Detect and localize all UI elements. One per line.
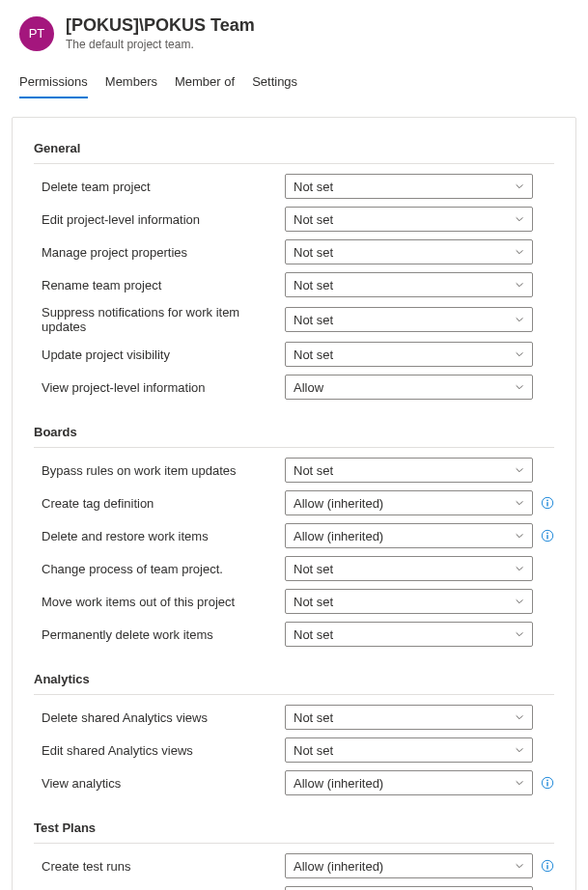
dropdown-value: Not set bbox=[294, 710, 333, 725]
tab-settings[interactable]: Settings bbox=[252, 69, 297, 98]
label-delete-restore-work-items: Delete and restore work items bbox=[34, 529, 277, 543]
row-delete-test-runs: Delete test runs Allow (inherited) bbox=[34, 882, 554, 890]
chevron-down-icon bbox=[515, 531, 524, 541]
dropdown-value: Not set bbox=[294, 562, 333, 576]
dropdown-permanently-delete-work-items[interactable]: Not set bbox=[285, 622, 533, 647]
chevron-down-icon bbox=[515, 861, 524, 871]
section-title-analytics: Analytics bbox=[34, 666, 554, 695]
tabs: Permissions Members Member of Settings bbox=[0, 59, 588, 99]
control-suppress-notifications: Not set bbox=[285, 307, 554, 332]
control-bypass-rules: Not set bbox=[285, 458, 554, 483]
svg-point-1 bbox=[546, 500, 548, 502]
row-delete-team-project: Delete team project Not set bbox=[34, 170, 554, 203]
section-test-plans: Test Plans Create test runs Allow (inher… bbox=[34, 815, 554, 890]
permissions-panel: General Delete team project Not set Edit… bbox=[12, 117, 576, 890]
dropdown-value: Not set bbox=[294, 180, 333, 194]
control-view-analytics: Allow (inherited) bbox=[285, 770, 554, 795]
tab-member-of[interactable]: Member of bbox=[175, 69, 235, 98]
dropdown-create-test-runs[interactable]: Allow (inherited) bbox=[285, 853, 533, 878]
avatar: PT bbox=[19, 16, 54, 51]
info-icon[interactable] bbox=[541, 529, 554, 542]
control-move-work-items-out: Not set bbox=[285, 589, 554, 614]
dropdown-delete-team-project[interactable]: Not set bbox=[285, 174, 533, 199]
label-permanently-delete-work-items: Permanently delete work items bbox=[34, 627, 277, 642]
dropdown-view-project-level-info[interactable]: Allow bbox=[285, 375, 533, 400]
dropdown-delete-restore-work-items[interactable]: Allow (inherited) bbox=[285, 523, 533, 548]
svg-point-10 bbox=[546, 863, 548, 865]
chevron-down-icon bbox=[515, 629, 524, 639]
dropdown-move-work-items-out[interactable]: Not set bbox=[285, 589, 533, 614]
dropdown-delete-test-runs[interactable]: Allow (inherited) bbox=[285, 886, 533, 890]
row-delete-shared-analytics: Delete shared Analytics views Not set bbox=[34, 701, 554, 734]
label-rename-team-project: Rename team project bbox=[34, 278, 277, 292]
chevron-down-icon bbox=[515, 778, 524, 788]
dropdown-suppress-notifications[interactable]: Not set bbox=[285, 307, 533, 332]
chevron-down-icon bbox=[515, 382, 524, 392]
row-suppress-notifications: Suppress notifications for work item upd… bbox=[34, 301, 554, 338]
section-title-boards: Boards bbox=[34, 419, 554, 448]
chevron-down-icon bbox=[515, 465, 524, 475]
control-delete-test-runs: Allow (inherited) bbox=[285, 886, 554, 890]
label-delete-shared-analytics: Delete shared Analytics views bbox=[34, 710, 277, 725]
info-icon[interactable] bbox=[541, 496, 554, 510]
label-suppress-notifications: Suppress notifications for work item upd… bbox=[34, 305, 277, 334]
dropdown-value: Allow (inherited) bbox=[294, 859, 383, 874]
svg-rect-5 bbox=[546, 535, 547, 539]
row-edit-project-level-info: Edit project-level information Not set bbox=[34, 203, 554, 236]
control-change-process: Not set bbox=[285, 556, 554, 581]
label-view-project-level-info: View project-level information bbox=[34, 380, 277, 395]
row-manage-project-properties: Manage project properties Not set bbox=[34, 236, 554, 268]
chevron-down-icon bbox=[515, 181, 524, 191]
dropdown-value: Not set bbox=[294, 348, 333, 362]
dropdown-view-analytics[interactable]: Allow (inherited) bbox=[285, 770, 533, 795]
dropdown-manage-project-properties[interactable]: Not set bbox=[285, 239, 533, 264]
dropdown-bypass-rules[interactable]: Not set bbox=[285, 458, 533, 483]
tab-members[interactable]: Members bbox=[105, 69, 157, 98]
dropdown-edit-shared-analytics[interactable]: Not set bbox=[285, 737, 533, 763]
svg-point-7 bbox=[546, 780, 548, 782]
control-create-tag-definition: Allow (inherited) bbox=[285, 490, 554, 515]
chevron-down-icon bbox=[515, 315, 524, 324]
control-manage-project-properties: Not set bbox=[285, 239, 554, 264]
chevron-down-icon bbox=[515, 498, 524, 508]
dropdown-value: Not set bbox=[294, 212, 333, 227]
label-view-analytics: View analytics bbox=[34, 776, 277, 791]
control-create-test-runs: Allow (inherited) bbox=[285, 853, 554, 878]
label-edit-project-level-info: Edit project-level information bbox=[34, 212, 277, 227]
title-block: [POKUS]\POKUS Team The default project t… bbox=[66, 15, 255, 51]
control-view-project-level-info: Allow bbox=[285, 375, 554, 400]
svg-rect-11 bbox=[546, 865, 547, 869]
dropdown-value: Not set bbox=[294, 627, 333, 642]
chevron-down-icon bbox=[515, 280, 524, 290]
section-analytics: Analytics Delete shared Analytics views … bbox=[34, 666, 554, 799]
chevron-down-icon bbox=[515, 597, 524, 606]
row-delete-restore-work-items: Delete and restore work items Allow (inh… bbox=[34, 519, 554, 552]
control-delete-team-project: Not set bbox=[285, 174, 554, 199]
label-create-test-runs: Create test runs bbox=[34, 859, 277, 874]
page-subtitle: The default project team. bbox=[66, 38, 255, 51]
label-bypass-rules: Bypass rules on work item updates bbox=[34, 463, 277, 478]
dropdown-change-process[interactable]: Not set bbox=[285, 556, 533, 581]
section-title-test-plans: Test Plans bbox=[34, 815, 554, 844]
info-icon[interactable] bbox=[541, 859, 554, 873]
label-create-tag-definition: Create tag definition bbox=[34, 496, 277, 511]
dropdown-delete-shared-analytics[interactable]: Not set bbox=[285, 705, 533, 730]
dropdown-value: Not set bbox=[294, 743, 333, 758]
section-general: General Delete team project Not set Edit… bbox=[34, 135, 554, 403]
tab-permissions[interactable]: Permissions bbox=[19, 69, 88, 98]
dropdown-create-tag-definition[interactable]: Allow (inherited) bbox=[285, 490, 533, 515]
dropdown-value: Not set bbox=[294, 595, 333, 609]
info-icon[interactable] bbox=[541, 776, 554, 790]
label-change-process: Change process of team project. bbox=[34, 562, 277, 576]
label-move-work-items-out: Move work items out of this project bbox=[34, 595, 277, 609]
row-create-test-runs: Create test runs Allow (inherited) bbox=[34, 849, 554, 882]
svg-rect-2 bbox=[546, 502, 547, 506]
label-delete-team-project: Delete team project bbox=[34, 180, 277, 194]
svg-rect-8 bbox=[546, 782, 547, 786]
dropdown-update-project-visibility[interactable]: Not set bbox=[285, 342, 533, 367]
dropdown-edit-project-level-info[interactable]: Not set bbox=[285, 207, 533, 232]
dropdown-rename-team-project[interactable]: Not set bbox=[285, 272, 533, 297]
control-delete-shared-analytics: Not set bbox=[285, 705, 554, 730]
row-view-project-level-info: View project-level information Allow bbox=[34, 371, 554, 403]
row-bypass-rules: Bypass rules on work item updates Not se… bbox=[34, 454, 554, 487]
